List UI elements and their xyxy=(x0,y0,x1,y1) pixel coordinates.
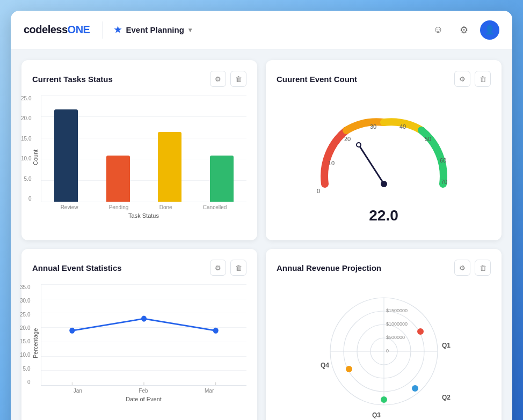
x-label-pending: Pending xyxy=(109,204,129,210)
tasks-card: Current Tasks Status ⚙ 🗑 Count xyxy=(21,60,257,240)
dot-q3 xyxy=(381,396,387,403)
svg-text:$500000: $500000 xyxy=(386,335,405,340)
revenue-card-title: Annual Revenue Projection xyxy=(277,263,450,272)
smiley-button[interactable]: ☺ xyxy=(428,20,448,40)
svg-text:$1500000: $1500000 xyxy=(386,308,408,313)
dot-q1 xyxy=(417,328,424,335)
revenue-gear-button[interactable]: ⚙ xyxy=(454,260,470,276)
header: codelessONE ★ Event Planning ▾ ☺ ⚙ 👤 xyxy=(11,11,512,49)
tasks-trash-button[interactable]: 🗑 xyxy=(230,71,246,87)
revenue-trash-button[interactable]: 🗑 xyxy=(475,260,491,276)
annual-stats-x-label: Date of Event xyxy=(41,396,246,402)
gauge-center-dot xyxy=(381,181,387,187)
svg-text:10: 10 xyxy=(328,160,334,166)
bars-container xyxy=(46,95,242,202)
radar-svg: $500000 $1000000 $1500000 0 Q1 Q2 Q3 Q4 xyxy=(298,284,470,418)
annual-x-axis-labels: Jan Feb Mar xyxy=(41,386,246,394)
event-count-title: Cuurent Event Count xyxy=(277,75,450,84)
q4-label: Q4 xyxy=(321,362,329,369)
svg-text:0: 0 xyxy=(316,188,319,194)
tasks-x-label: Task Status xyxy=(41,212,246,219)
event-count-trash-button[interactable]: 🗑 xyxy=(475,71,491,87)
gear-icon: ⚙ xyxy=(460,24,468,36)
q3-label: Q3 xyxy=(372,411,381,418)
logo-accent: ONE xyxy=(68,24,90,35)
x-label-mar: Mar xyxy=(205,388,214,394)
x-label-done: Done xyxy=(159,204,172,210)
line-dot-jan xyxy=(69,328,75,334)
q2-label: Q2 xyxy=(442,394,451,401)
q1-label: Q1 xyxy=(442,342,451,349)
bar-cancelled xyxy=(210,156,234,202)
line-dot-mar xyxy=(213,328,219,334)
logo: codelessONE xyxy=(24,24,90,36)
svg-text:30: 30 xyxy=(369,123,376,130)
x-label-review: Review xyxy=(61,204,78,210)
svg-text:0: 0 xyxy=(386,348,389,353)
tasks-y-label: Count xyxy=(32,95,39,219)
annual-stats-y-label: Percentage xyxy=(32,284,39,402)
event-count-gear-button[interactable]: ⚙ xyxy=(454,71,470,87)
bar-cancelled-rect xyxy=(210,156,234,202)
bar-done xyxy=(158,132,181,202)
dot-q2 xyxy=(412,385,418,392)
event-count-card-header: Cuurent Event Count ⚙ 🗑 xyxy=(277,71,491,87)
bar-done-rect xyxy=(158,132,181,202)
annual-stats-title: Annual Event Statistics xyxy=(32,263,206,272)
gauge-svg: 0 10 20 30 40 50 60 70 xyxy=(303,101,464,203)
line-dot-feb xyxy=(141,316,147,322)
svg-text:20: 20 xyxy=(344,136,350,142)
tasks-card-title: Current Tasks Status xyxy=(32,75,206,84)
smiley-icon: ☺ xyxy=(433,24,443,35)
line-chart-svg xyxy=(41,284,246,385)
x-label-cancelled: Cancelled xyxy=(203,204,227,210)
gauge-value: 22.0 xyxy=(369,207,398,224)
radar-container: $500000 $1000000 $1500000 0 Q1 Q2 Q3 Q4 xyxy=(277,284,491,418)
header-divider xyxy=(103,21,103,39)
annual-stats-card: Annual Event Statistics ⚙ 🗑 Percentage 3… xyxy=(21,249,257,420)
gauge-needle-tip xyxy=(357,143,361,147)
project-name-button[interactable]: ★ Event Planning ▾ xyxy=(114,25,191,35)
event-count-card: Cuurent Event Count ⚙ 🗑 xyxy=(266,60,502,240)
bar-review-rect xyxy=(54,109,78,202)
svg-text:70: 70 xyxy=(440,179,447,185)
bar-pending-rect xyxy=(106,156,130,202)
svg-text:60: 60 xyxy=(439,157,446,164)
revenue-card: Annual Revenue Projection ⚙ 🗑 $500000 xyxy=(266,249,502,420)
tasks-gear-button[interactable]: ⚙ xyxy=(210,71,226,87)
app-container: codelessONE ★ Event Planning ▾ ☺ ⚙ 👤 Cur… xyxy=(11,11,512,420)
svg-text:50: 50 xyxy=(424,136,431,142)
gauge-needle xyxy=(359,145,384,184)
tasks-card-header: Current Tasks Status ⚙ 🗑 xyxy=(32,71,246,87)
annual-y-axis-labels: 35.0 30.0 25.0 20.0 15.0 10.0 5.0 0 xyxy=(20,284,30,385)
y-axis-labels: 25.0 20.0 15.0 10.0 5.0 0 xyxy=(21,95,31,202)
x-label-jan: Jan xyxy=(74,388,82,394)
user-avatar-button[interactable]: 👤 xyxy=(480,20,499,40)
star-icon: ★ xyxy=(114,25,121,35)
annual-stats-header: Annual Event Statistics ⚙ 🗑 xyxy=(32,260,246,276)
dot-q4 xyxy=(346,366,352,372)
x-label-feb: Feb xyxy=(139,388,148,394)
header-actions: ☺ ⚙ 👤 xyxy=(428,20,499,40)
dashboard: Current Tasks Status ⚙ 🗑 Count xyxy=(11,49,512,420)
x-axis-labels: Review Pending Done Cancelled xyxy=(41,202,246,210)
svg-text:40: 40 xyxy=(399,123,405,130)
bar-pending xyxy=(106,156,130,202)
project-name-label: Event Planning xyxy=(126,25,184,34)
chevron-down-icon: ▾ xyxy=(188,26,192,34)
revenue-card-header: Annual Revenue Projection ⚙ 🗑 xyxy=(277,260,491,276)
settings-button[interactable]: ⚙ xyxy=(454,20,474,40)
svg-text:$1000000: $1000000 xyxy=(386,321,408,327)
annual-stats-trash-button[interactable]: 🗑 xyxy=(230,260,246,276)
annual-stats-gear-button[interactable]: ⚙ xyxy=(210,260,226,276)
gauge-container: 0 10 20 30 40 50 60 70 xyxy=(277,95,491,230)
bar-review xyxy=(54,109,78,202)
user-icon: 👤 xyxy=(484,25,495,35)
